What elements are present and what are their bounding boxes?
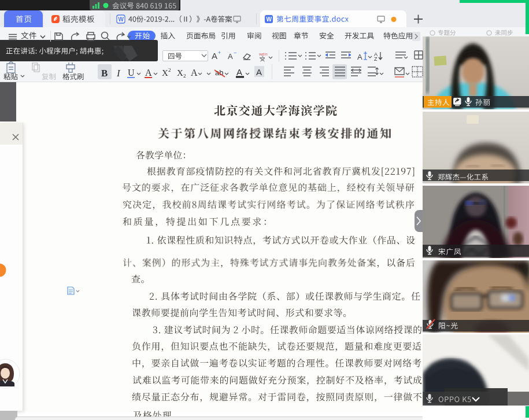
svg-text:X: X	[177, 68, 183, 78]
svg-text:A: A	[191, 68, 198, 78]
svg-text:A: A	[357, 53, 362, 61]
svg-text:2: 2	[168, 67, 171, 73]
svg-text:A: A	[145, 68, 152, 78]
svg-text:U: U	[128, 68, 135, 78]
svg-text:+: +	[218, 50, 221, 56]
svg-text:A: A	[256, 67, 262, 77]
svg-text:−: −	[234, 50, 236, 56]
svg-text:W: W	[267, 16, 272, 23]
svg-text:I: I	[116, 68, 121, 79]
svg-text:Z: Z	[374, 56, 378, 62]
svg-text:2: 2	[183, 73, 186, 79]
svg-text:A: A	[236, 67, 242, 77]
svg-text:A: A	[212, 51, 217, 61]
svg-text:X: X	[162, 68, 168, 78]
svg-text:W: W	[119, 16, 124, 23]
svg-text:A: A	[228, 52, 233, 61]
svg-text:B: B	[101, 68, 108, 79]
svg-text:wén: wén	[258, 51, 268, 57]
